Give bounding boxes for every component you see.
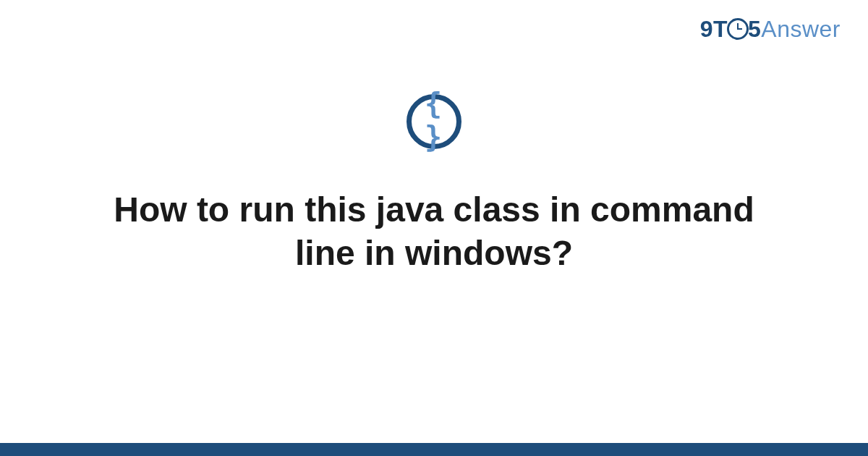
main-content: { } How to run this java class in comman… [0, 94, 868, 275]
logo-t: T [713, 16, 728, 42]
braces-glyph: { } [423, 87, 446, 153]
clock-icon [727, 18, 749, 40]
logo-five: 5 [748, 16, 761, 42]
code-braces-icon: { } [407, 94, 461, 149]
footer-bar [0, 443, 868, 456]
logo-answer: Answer [761, 16, 841, 42]
site-logo: 9T5Answer [700, 16, 841, 43]
question-title: How to run this java class in command li… [109, 188, 760, 275]
logo-nine: 9 [700, 16, 713, 42]
